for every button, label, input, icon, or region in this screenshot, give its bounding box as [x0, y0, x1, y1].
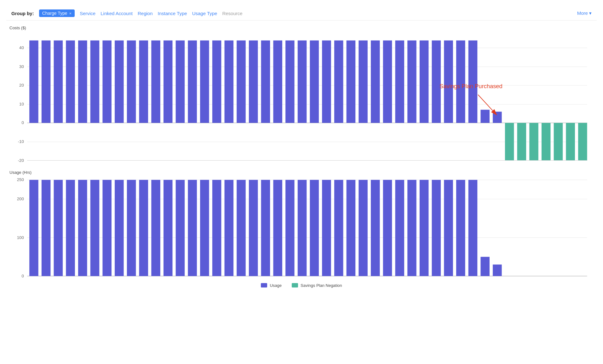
svg-text:-10: -10	[18, 139, 24, 144]
svg-rect-48	[444, 40, 453, 123]
svg-rect-108	[480, 257, 490, 276]
region-link[interactable]: Region	[138, 11, 153, 16]
svg-text:250: 250	[17, 177, 24, 182]
svg-rect-16	[54, 40, 63, 123]
svg-rect-49	[456, 40, 465, 123]
svg-rect-51	[480, 110, 490, 123]
svg-rect-52	[493, 112, 502, 123]
svg-text:Dec-31: Dec-31	[581, 279, 594, 279]
svg-rect-59	[578, 123, 587, 160]
svg-rect-102	[407, 180, 416, 276]
toolbar: Group by: Charge Type × Service Linked A…	[6, 6, 597, 20]
svg-rect-38	[322, 40, 331, 123]
usage-chart-area: 250 200 100 0	[9, 177, 594, 279]
svg-rect-98	[359, 180, 368, 276]
svg-rect-104	[432, 180, 441, 276]
usage-swatch	[261, 283, 267, 287]
svg-rect-94	[310, 180, 319, 276]
svg-text:Dec-19: Dec-19	[535, 279, 548, 279]
svg-rect-82	[164, 180, 173, 276]
svg-rect-93	[298, 180, 307, 276]
svg-rect-105	[444, 180, 453, 276]
svg-rect-84	[188, 180, 197, 276]
charge-type-filter-tag[interactable]: Charge Type ×	[39, 9, 75, 17]
instance-type-link[interactable]: Instance Type	[158, 11, 187, 16]
svg-rect-73	[54, 180, 63, 276]
svg-text:30: 30	[19, 64, 24, 69]
svg-rect-101	[395, 180, 404, 276]
svg-rect-95	[322, 180, 331, 276]
svg-rect-47	[432, 40, 441, 123]
svg-rect-76	[90, 180, 100, 276]
svg-rect-109	[493, 264, 502, 276]
charts-container: Costs ($) 40 30 20	[6, 26, 597, 288]
svg-rect-29	[212, 40, 221, 123]
svg-rect-14	[29, 40, 38, 123]
linked-account-link[interactable]: Linked Account	[100, 11, 133, 16]
svg-rect-96	[334, 180, 343, 276]
svg-rect-77	[102, 180, 112, 276]
svg-text:10: 10	[19, 102, 24, 106]
svg-rect-92	[285, 180, 295, 276]
svg-rect-31	[237, 40, 246, 123]
svg-rect-106	[456, 180, 465, 276]
svg-rect-54	[517, 123, 526, 160]
usage-chart-svg: 250 200 100 0	[9, 177, 594, 279]
svg-rect-88	[237, 180, 246, 276]
svg-rect-37	[310, 40, 319, 123]
svg-rect-21	[115, 40, 124, 123]
svg-rect-32	[249, 40, 258, 123]
svg-rect-30	[225, 40, 234, 123]
costs-chart-svg: 40 30 20 10 0 -10 -20	[9, 32, 594, 167]
svg-text:Nov-25: Nov-25	[320, 279, 333, 279]
annotation-text: Savings Plan Purchased	[439, 83, 502, 89]
svg-rect-78	[115, 180, 124, 276]
negation-legend-label: Savings Plan Negation	[301, 283, 342, 288]
svg-rect-22	[127, 40, 136, 123]
svg-rect-86	[212, 180, 221, 276]
more-button[interactable]: More ▾	[577, 10, 592, 16]
svg-rect-46	[420, 40, 429, 123]
svg-text:Nov-19: Nov-19	[247, 279, 259, 279]
svg-rect-57	[554, 123, 563, 160]
svg-rect-79	[127, 180, 136, 276]
svg-rect-33	[261, 40, 270, 123]
svg-rect-74	[66, 180, 75, 276]
usage-chart-section: Usage (Hrs) 250 200 100 0	[9, 170, 594, 279]
svg-rect-75	[78, 180, 87, 276]
svg-rect-107	[468, 180, 478, 276]
svg-rect-83	[176, 180, 185, 276]
chart-legend: Usage Savings Plan Negation	[9, 283, 594, 288]
svg-rect-23	[139, 40, 148, 123]
svg-rect-17	[66, 40, 75, 123]
svg-rect-71	[29, 180, 38, 276]
costs-chart-section: Costs ($) 40 30 20	[9, 26, 594, 167]
svg-rect-100	[383, 180, 392, 276]
group-by-label: Group by:	[11, 11, 34, 16]
svg-text:40: 40	[19, 45, 24, 50]
svg-text:0: 0	[21, 120, 24, 125]
svg-text:Dec-25: Dec-25	[560, 279, 572, 279]
close-icon[interactable]: ×	[69, 11, 72, 16]
svg-rect-18	[78, 40, 87, 123]
filter-tag-label: Charge Type	[42, 11, 67, 16]
svg-text:Nov-07: Nov-07	[100, 279, 113, 279]
resource-link[interactable]: Resource	[222, 11, 242, 16]
svg-rect-85	[200, 180, 209, 276]
costs-chart-area: 40 30 20 10 0 -10 -20	[9, 32, 594, 167]
usage-type-link[interactable]: Usage Type	[192, 11, 217, 16]
svg-rect-15	[42, 40, 51, 123]
svg-rect-28	[200, 40, 209, 123]
svg-rect-89	[249, 180, 258, 276]
svg-rect-42	[371, 40, 380, 123]
svg-rect-53	[505, 123, 514, 160]
svg-rect-26	[176, 40, 185, 123]
svg-rect-39	[334, 40, 343, 123]
svg-rect-25	[164, 40, 173, 123]
svg-rect-55	[529, 123, 538, 160]
svg-rect-41	[359, 40, 368, 123]
svg-rect-103	[420, 180, 429, 276]
service-link[interactable]: Service	[80, 11, 95, 16]
svg-rect-19	[90, 40, 100, 123]
svg-rect-90	[261, 180, 270, 276]
